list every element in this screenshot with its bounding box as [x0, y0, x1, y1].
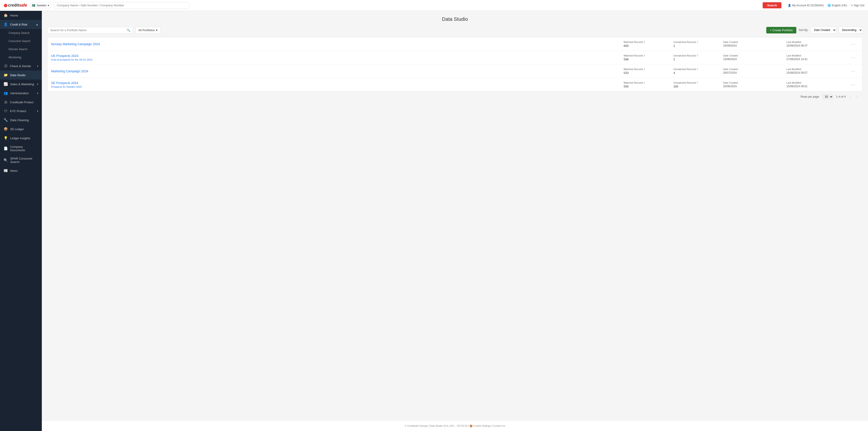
- main-content: Data Studio 🔍 All Portfolios ▾ + Create …: [42, 11, 868, 421]
- date-created-cell: Date Created 16/09/2024: [723, 41, 786, 47]
- unmatched-info-icon[interactable]: ℹ: [697, 81, 698, 84]
- matched-records-header: Matched Records ℹ: [624, 54, 673, 57]
- row-more-button[interactable]: ⋯: [850, 82, 857, 88]
- signout-link[interactable]: ↪ Sign Out: [850, 4, 864, 7]
- country-selector[interactable]: 🇸🇪 Sweden ▾: [30, 3, 51, 8]
- sidebar-label-company-documents: Company Documents: [10, 145, 38, 152]
- date-created-cell: Date Created 26/07/2024: [723, 68, 786, 74]
- matched-records-header: Matched Records ℹ: [624, 40, 673, 43]
- pagination-next-button[interactable]: ›: [855, 94, 859, 99]
- sidebar-label-check-decide: Check & Decide: [10, 64, 35, 68]
- matched-records-value: 598: [624, 58, 673, 61]
- row-more-button[interactable]: ⋯: [850, 55, 857, 60]
- sidebar-item-check-decide[interactable]: ☑ Check & Decide ▾: [0, 61, 42, 70]
- matched-info-icon[interactable]: ℹ: [644, 54, 645, 57]
- last-modified-cell: Last Modified 15/08/2024 09:07: [786, 68, 850, 74]
- account-icon: 👤: [788, 4, 791, 7]
- date-created-value: 15/08/2024: [723, 58, 786, 61]
- company-documents-icon: 📄: [4, 147, 8, 151]
- unmatched-info-icon[interactable]: ℹ: [697, 54, 698, 57]
- sidebar-item-kyc-protect[interactable]: 🛡 KYC Protect ▾: [0, 107, 42, 116]
- matched-info-icon[interactable]: ℹ: [644, 68, 645, 70]
- sidebar-item-credit-risk[interactable]: 👤 Credit & Risk ▲: [0, 20, 42, 29]
- creditsafe-protect-icon: ⚖: [4, 100, 8, 104]
- rows-per-page-select[interactable]: 10 25 50: [822, 94, 833, 99]
- global-search-button[interactable]: Search: [763, 2, 781, 8]
- sidebar-label-spar-consumer: SPAR Consumer Search: [10, 157, 38, 164]
- sidebar-label-3d-ledger: 3D Ledger: [10, 127, 38, 131]
- date-created-value: 16/09/2024: [723, 44, 786, 47]
- portfolio-description: Prospects for Sweden 2024.: [51, 86, 624, 88]
- table-row: Norway Marketing Campaign 2024 Matched R…: [48, 37, 862, 51]
- sidebar-item-creditsafe-protect[interactable]: ⚖ Creditsafe Protect: [0, 98, 42, 107]
- kyc-protect-icon: 🛡: [4, 109, 8, 113]
- last-modified-header: Last Modified: [786, 54, 850, 57]
- check-decide-icon: ☑: [4, 64, 8, 68]
- sidebar-item-3d-ledger[interactable]: 📦 3D Ledger: [0, 125, 42, 133]
- sidebar-item-director-search[interactable]: Director Search: [0, 45, 42, 53]
- logo-bird-icon: 🔴: [4, 4, 7, 7]
- sort-by-select[interactable]: Date Created Name: [811, 27, 836, 33]
- sidebar-label-monitoring: Monitoring: [8, 56, 38, 59]
- create-portfolio-button[interactable]: + Create Portfolio: [766, 27, 797, 33]
- row-actions-cell: ⋯: [850, 55, 859, 60]
- sidebar-item-company-documents[interactable]: 📄 Company Documents: [0, 143, 42, 154]
- portfolio-name-link[interactable]: UK Prospects 2024: [51, 54, 624, 58]
- sidebar-item-spar-consumer[interactable]: 🔍 SPAR Consumer Search: [0, 154, 42, 166]
- table-row: SE Prospects 2024 Prospects for Sweden 2…: [48, 78, 862, 91]
- country-chevron-icon: ▾: [48, 4, 49, 7]
- sidebar-item-sales-marketing[interactable]: 📈 Sales & Marketing ▾: [0, 80, 42, 89]
- pagination-prev-button[interactable]: ‹: [848, 94, 852, 99]
- sidebar-item-monitoring[interactable]: Monitoring: [0, 53, 42, 61]
- portfolio-name-cell: Marketing Campaign 2024: [51, 69, 624, 73]
- sidebar-item-home[interactable]: 🏠 Home: [0, 11, 42, 20]
- check-decide-chevron-icon: ▾: [37, 65, 38, 67]
- portfolio-name-link[interactable]: Norway Marketing Campaign 2024: [51, 42, 624, 46]
- sidebar-label-creditsafe-protect: Creditsafe Protect: [10, 100, 38, 104]
- sidebar-item-data-studio[interactable]: 📁 Data Studio: [0, 70, 42, 80]
- sidebar-label-data-studio: Data Studio: [10, 73, 38, 77]
- spar-consumer-icon: 🔍: [4, 158, 8, 162]
- signout-icon: ↪: [850, 4, 853, 7]
- date-created-header: Date Created: [723, 81, 786, 84]
- sidebar-item-administration[interactable]: 👥 Administration ▾: [0, 89, 42, 98]
- filter-label: All Portfolios: [138, 29, 155, 32]
- sidebar-item-ledger-insights[interactable]: 💡 Ledger Insights: [0, 133, 42, 143]
- footer: © Creditsafe Sverige | Data Studio v0.6 …: [42, 421, 868, 431]
- sidebar-item-consumer-search[interactable]: Consumer Search: [0, 37, 42, 45]
- news-icon: 📰: [4, 168, 8, 173]
- sidebar-item-data-cleaning[interactable]: 🔧 Data Cleaning: [0, 116, 42, 125]
- sidebar-label-data-cleaning: Data Cleaning: [10, 118, 38, 122]
- unmatched-records-value: 4: [673, 71, 723, 74]
- last-modified-cell: Last Modified 27/08/2024 14:41: [786, 54, 850, 61]
- language-icon: 🌐: [828, 4, 831, 7]
- last-modified-header: Last Modified: [786, 41, 850, 43]
- data-studio-icon: 📁: [4, 73, 8, 77]
- language-selector[interactable]: 🌐 English (UK): [828, 4, 847, 7]
- language-label: English (UK): [832, 4, 847, 7]
- sort-order-select[interactable]: Descending Ascending: [839, 27, 863, 33]
- portfolio-name-link[interactable]: Marketing Campaign 2024: [51, 69, 624, 73]
- portfolio-search-input[interactable]: [50, 29, 125, 32]
- unmatched-records-cell: Unmatched Records ℹ 2: [673, 54, 723, 61]
- portfolio-name-link[interactable]: SE Prospects 2024: [51, 81, 624, 85]
- matched-records-header: Matched Records ℹ: [624, 81, 673, 84]
- sidebar-label-news: News: [10, 169, 38, 173]
- unmatched-info-icon[interactable]: ℹ: [697, 40, 698, 43]
- sidebar-item-news[interactable]: 📰 News: [0, 166, 42, 175]
- flag-icon: 🇸🇪: [32, 4, 35, 7]
- portfolio-name-cell: UK Prospects 2024 A list of prospects fo…: [51, 54, 624, 61]
- toolbar: 🔍 All Portfolios ▾ + Create Portfolio So…: [47, 27, 863, 33]
- portfolio-filter-dropdown[interactable]: All Portfolios ▾: [135, 27, 160, 33]
- matched-info-icon[interactable]: ℹ: [644, 40, 645, 43]
- unmatched-records-cell: Unmatched Records ℹ 1: [673, 40, 723, 48]
- my-account-link[interactable]: 👤 My Account ID:101593441: [788, 4, 824, 7]
- row-more-button[interactable]: ⋯: [850, 68, 857, 74]
- sidebar-item-company-search[interactable]: Company Search: [0, 29, 42, 37]
- row-more-button[interactable]: ⋯: [850, 41, 857, 47]
- matched-info-icon[interactable]: ℹ: [644, 81, 645, 84]
- portfolio-name-cell: SE Prospects 2024 Prospects for Sweden 2…: [51, 81, 624, 88]
- footer-text: © Creditsafe Sverige | Data Studio v0.6 …: [405, 425, 505, 427]
- unmatched-info-icon[interactable]: ℹ: [697, 68, 698, 70]
- global-search-input[interactable]: [54, 2, 189, 8]
